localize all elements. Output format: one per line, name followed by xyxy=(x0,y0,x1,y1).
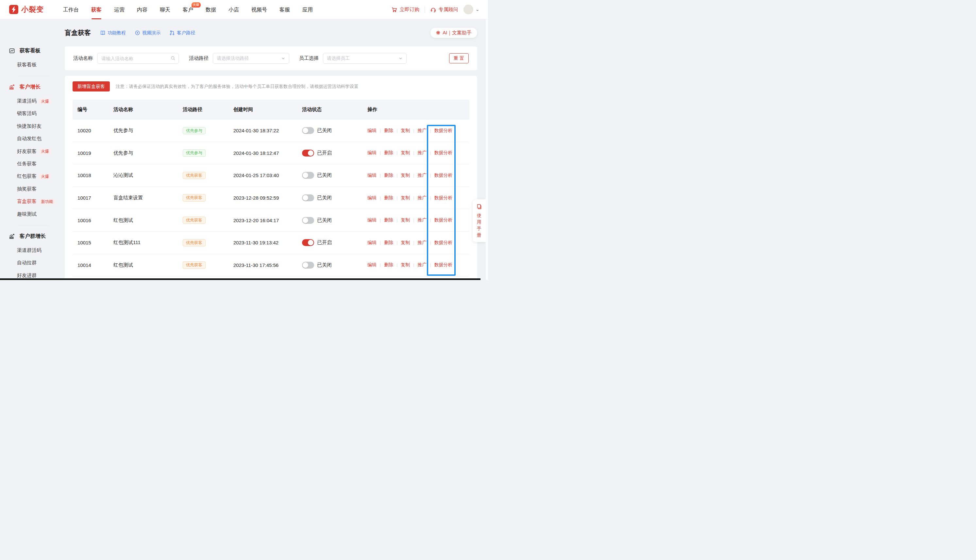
action-编辑[interactable]: 编辑 xyxy=(367,195,377,201)
action-数据分析[interactable]: 数据分析 xyxy=(434,173,453,178)
sidebar-item-自动拉群[interactable]: 自动拉群 xyxy=(0,257,65,269)
action-推广[interactable]: 推广 xyxy=(417,217,427,223)
brand-logo[interactable]: 小裂变 xyxy=(9,5,44,14)
nav-item-运营[interactable]: 运营 xyxy=(108,0,131,19)
action-复制[interactable]: 复制 xyxy=(401,262,410,268)
action-数据分析[interactable]: 数据分析 xyxy=(434,150,453,156)
action-删除[interactable]: 删除 xyxy=(384,217,393,223)
action-编辑[interactable]: 编辑 xyxy=(367,262,377,268)
action-separator: | xyxy=(413,128,414,133)
status-label: 已关闭 xyxy=(317,217,332,223)
col-status: 活动状态 xyxy=(302,107,367,113)
action-删除[interactable]: 删除 xyxy=(384,262,393,268)
action-删除[interactable]: 删除 xyxy=(384,150,393,156)
activity-path-select[interactable]: 请选择活动路径 xyxy=(213,53,289,64)
cell-actions: 编辑|删除|复制|推广|数据分析 xyxy=(367,262,469,268)
action-数据分析[interactable]: 数据分析 xyxy=(434,262,453,268)
sidebar-item-抽奖获客[interactable]: 抽奖获客 xyxy=(0,183,65,195)
status-toggle[interactable] xyxy=(302,150,314,157)
nav-item-客户[interactable]: 客户火爆 xyxy=(177,0,199,19)
nav-item-聊天[interactable]: 聊天 xyxy=(153,0,177,19)
action-数据分析[interactable]: 数据分析 xyxy=(434,217,453,223)
nav-item-工作台[interactable]: 工作台 xyxy=(57,0,85,19)
user-avatar[interactable] xyxy=(464,5,473,14)
status-toggle[interactable] xyxy=(302,262,314,268)
staff-select[interactable]: 请选择员工 xyxy=(323,53,407,64)
status-toggle[interactable] xyxy=(302,194,314,201)
nav-item-内容[interactable]: 内容 xyxy=(131,0,153,19)
sidebar-item-任务获客[interactable]: 任务获客 xyxy=(0,157,65,170)
action-删除[interactable]: 删除 xyxy=(384,240,393,246)
sidebar-item-渠道活码[interactable]: 渠道活码火爆 xyxy=(0,95,65,107)
toggle-knob xyxy=(303,218,308,223)
table-header-row: 编号 活动名称 活动路径 创建时间 活动状态 操作 xyxy=(73,100,469,120)
action-复制[interactable]: 复制 xyxy=(401,173,410,178)
table-row: 10016红包测试优先获客2023-12-20 16:04:17已关闭编辑|删除… xyxy=(73,209,469,232)
toggle-knob xyxy=(303,173,308,178)
action-删除[interactable]: 删除 xyxy=(384,173,393,178)
nav-item-数据[interactable]: 数据 xyxy=(199,0,222,19)
action-推广[interactable]: 推广 xyxy=(417,150,427,156)
action-推广[interactable]: 推广 xyxy=(417,173,427,178)
action-编辑[interactable]: 编辑 xyxy=(367,217,377,223)
user-manual-tab[interactable]: 使用手册 xyxy=(473,199,486,242)
order-now-button[interactable]: 立即订购 xyxy=(391,7,419,13)
staff-placeholder: 请选择员工 xyxy=(327,55,350,62)
add-blindbox-button[interactable]: 新增盲盒获客 xyxy=(73,82,110,92)
growth-icon xyxy=(9,84,15,90)
action-separator: | xyxy=(430,218,431,222)
action-separator: | xyxy=(397,173,397,178)
action-复制[interactable]: 复制 xyxy=(401,128,410,133)
activity-name-input[interactable] xyxy=(97,53,179,64)
page-link-客户路径[interactable]: 客户路径 xyxy=(169,30,195,36)
action-推广[interactable]: 推广 xyxy=(417,128,427,133)
page-link-功能教程[interactable]: 功能教程 xyxy=(100,30,126,36)
status-toggle[interactable] xyxy=(302,217,314,224)
nav-item-客服[interactable]: 客服 xyxy=(273,0,296,19)
sidebar-item-趣味测试[interactable]: 趣味测试 xyxy=(0,208,65,220)
action-数据分析[interactable]: 数据分析 xyxy=(434,195,453,201)
sidebar-item-红包获客[interactable]: 红包获客火爆 xyxy=(0,170,65,183)
headset-icon xyxy=(430,7,436,13)
nav-item-视频号[interactable]: 视频号 xyxy=(245,0,273,19)
action-删除[interactable]: 删除 xyxy=(384,128,393,133)
sidebar-item-快捷加好友[interactable]: 快捷加好友 xyxy=(0,120,65,132)
action-删除[interactable]: 删除 xyxy=(384,195,393,201)
top-navbar: 小裂变 工作台获客运营内容聊天客户火爆数据小店视频号客服应用 立即订购 专属顾问… xyxy=(0,0,488,19)
path-tag: 优先获客 xyxy=(183,217,205,224)
advisor-button[interactable]: 专属顾问 xyxy=(430,7,458,13)
reset-button[interactable]: 重 置 xyxy=(449,53,469,63)
nav-item-小店[interactable]: 小店 xyxy=(222,0,245,19)
status-toggle[interactable] xyxy=(302,127,314,134)
openai-icon: ❋ xyxy=(436,30,440,36)
sidebar-item-好友获客[interactable]: 好友获客火爆 xyxy=(0,145,65,157)
action-编辑[interactable]: 编辑 xyxy=(367,128,377,133)
ai-copy-assistant-button[interactable]: ❋ AI｜文案助手 xyxy=(430,28,477,38)
action-推广[interactable]: 推广 xyxy=(417,240,427,246)
nav-item-获客[interactable]: 获客 xyxy=(85,0,108,19)
sidebar-item-盲盒获客[interactable]: 盲盒获客新功能 xyxy=(0,195,65,208)
sidebar-item-获客看板[interactable]: 获客看板 xyxy=(0,58,65,71)
scrollbar-track[interactable] xyxy=(486,19,488,280)
action-复制[interactable]: 复制 xyxy=(401,217,410,223)
status-toggle[interactable] xyxy=(302,172,314,179)
chevron-down-icon[interactable]: ⌄ xyxy=(475,8,479,12)
page-link-视频演示[interactable]: 视频演示 xyxy=(135,30,160,36)
action-复制[interactable]: 复制 xyxy=(401,240,410,246)
action-复制[interactable]: 复制 xyxy=(401,195,410,201)
sidebar-item-锁客活码[interactable]: 锁客活码 xyxy=(0,107,65,120)
sidebar-item-渠道群活码[interactable]: 渠道群活码 xyxy=(0,244,65,257)
action-编辑[interactable]: 编辑 xyxy=(367,240,377,246)
action-编辑[interactable]: 编辑 xyxy=(367,173,377,178)
cell-path: 优先获客 xyxy=(183,239,234,247)
action-数据分析[interactable]: 数据分析 xyxy=(434,240,453,246)
action-编辑[interactable]: 编辑 xyxy=(367,150,377,156)
action-数据分析[interactable]: 数据分析 xyxy=(434,128,453,133)
action-推广[interactable]: 推广 xyxy=(417,195,427,201)
sidebar-item-自动发红包[interactable]: 自动发红包 xyxy=(0,133,65,145)
action-推广[interactable]: 推广 xyxy=(417,262,427,268)
manual-char: 使 xyxy=(477,212,482,218)
nav-item-应用[interactable]: 应用 xyxy=(296,0,319,19)
action-复制[interactable]: 复制 xyxy=(401,150,410,156)
status-toggle[interactable] xyxy=(302,239,314,246)
